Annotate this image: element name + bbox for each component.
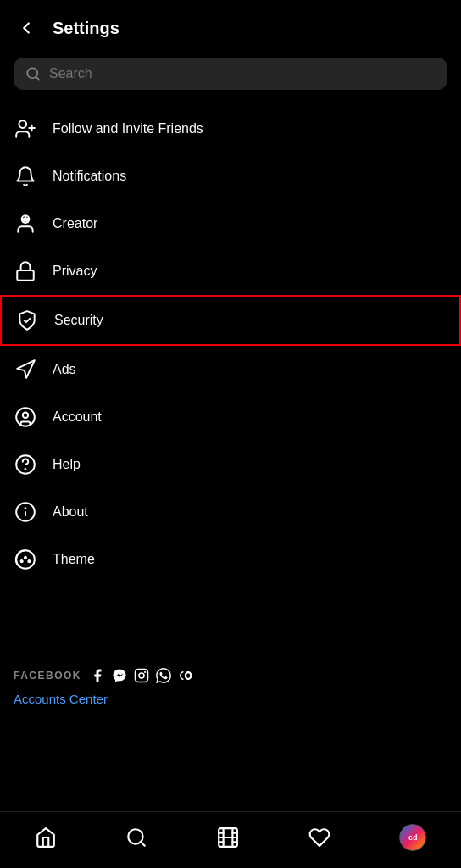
nav-search-button[interactable] [122,823,151,852]
facebook-header: FACEBOOK [14,668,447,683]
header: Settings [0,0,461,53]
facebook-title: FACEBOOK [14,670,81,682]
svg-point-21 [145,672,146,673]
security-icon [15,309,39,332]
menu-label-privacy: Privacy [53,264,97,279]
menu-item-ads[interactable]: Ads [0,346,461,393]
menu-item-creator[interactable]: Creator [0,200,461,248]
menu-label-creator: Creator [53,216,97,231]
svg-line-1 [36,76,38,79]
menu-item-notifications[interactable]: Notifications [0,153,461,200]
whatsapp-icon [156,668,171,683]
page-title: Settings [53,19,119,38]
menu-label-help: Help [53,457,81,472]
menu-item-about[interactable]: About [0,488,461,536]
menu-label-notifications: Notifications [53,169,126,184]
menu-item-security[interactable]: Security [0,295,461,346]
svg-point-16 [21,560,23,562]
menu-list: Follow and Invite Friends Notifications … [0,105,461,651]
svg-rect-7 [17,270,34,281]
theme-icon [14,548,37,571]
menu-label-follow-invite: Follow and Invite Friends [53,121,203,136]
search-input[interactable] [49,66,436,81]
account-icon [14,405,37,429]
avatar: cd [399,824,426,851]
follow-icon [14,117,37,141]
menu-item-follow-invite[interactable]: Follow and Invite Friends [0,105,461,153]
menu-item-account[interactable]: Account [0,393,461,441]
svg-point-8 [16,408,35,426]
instagram-icon [134,668,149,683]
about-icon [14,500,37,524]
svg-point-2 [19,120,26,128]
nav-reels-button[interactable] [214,823,242,852]
menu-label-security: Security [54,313,103,328]
menu-item-help[interactable]: Help [0,441,461,488]
help-icon [14,453,37,476]
messenger-icon [112,668,127,683]
search-bar[interactable] [14,58,447,90]
facebook-icon [90,668,105,683]
notifications-icon [14,164,37,188]
back-button[interactable] [14,15,39,41]
nav-home-button[interactable] [31,823,60,852]
accounts-center-link[interactable]: Accounts Center [14,688,108,709]
ads-icon [14,358,37,381]
creator-icon [14,212,37,236]
menu-label-account: Account [53,409,102,425]
svg-point-20 [139,673,144,678]
nav-heart-button[interactable] [305,823,334,852]
svg-point-11 [25,469,25,470]
svg-point-17 [25,557,26,559]
privacy-icon [14,259,37,283]
facebook-icons [90,668,195,683]
menu-item-theme[interactable]: Theme [0,536,461,583]
svg-point-18 [28,560,30,562]
search-icon [25,66,41,81]
svg-line-23 [141,842,145,846]
bottom-nav: cd [0,811,461,868]
nav-profile-button[interactable]: cd [396,821,430,854]
svg-point-9 [23,413,29,419]
svg-rect-19 [136,670,148,682]
menu-label-about: About [53,504,88,520]
meta-link-icon [178,668,195,683]
facebook-section: FACEBOOK [0,651,461,714]
menu-label-theme: Theme [53,552,95,567]
menu-label-ads: Ads [53,362,76,377]
menu-item-privacy[interactable]: Privacy [0,248,461,295]
